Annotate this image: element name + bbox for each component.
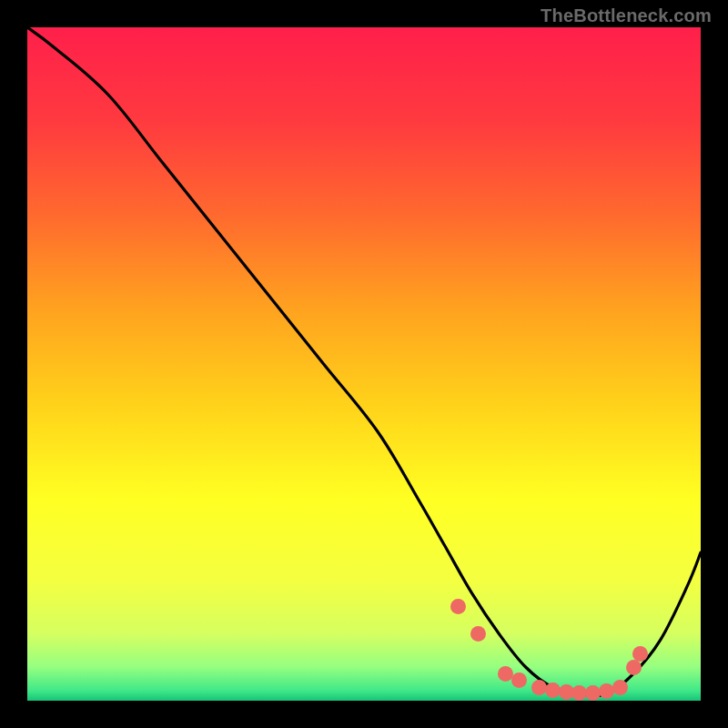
curve-marker	[626, 660, 642, 675]
curve-marker	[511, 672, 527, 688]
attribution-label: TheBottleneck.com	[541, 5, 712, 26]
curve-marker	[612, 680, 628, 695]
chart-frame: TheBottleneck.com	[0, 0, 728, 728]
curve-marker	[470, 626, 486, 642]
curve-marker	[632, 646, 648, 662]
plot-area	[27, 27, 701, 701]
bottleneck-curve	[27, 27, 701, 701]
curve-marker	[450, 599, 466, 614]
